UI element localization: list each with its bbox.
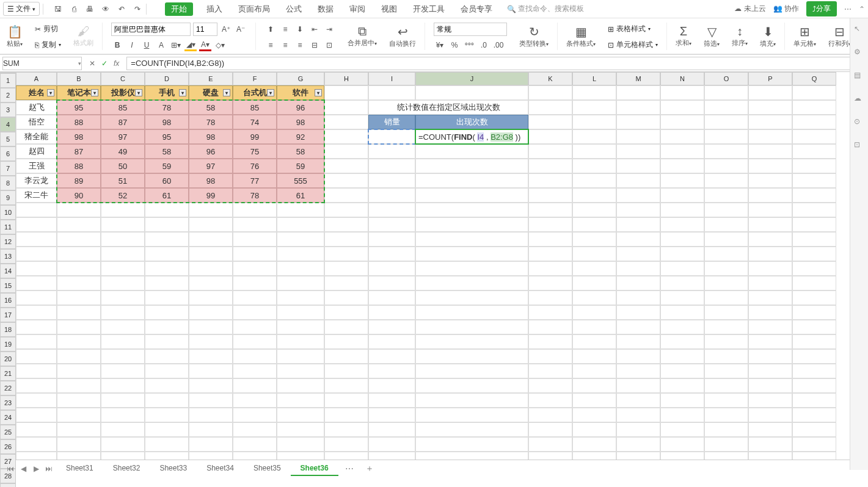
cell-O2[interactable] <box>704 100 748 115</box>
cell-M2[interactable] <box>616 100 660 115</box>
row-header-13[interactable]: 13 <box>0 249 16 264</box>
table-cell-r8-c6[interactable]: 61 <box>277 188 324 203</box>
cell-L20[interactable] <box>572 364 616 378</box>
cell-L22[interactable] <box>572 393 616 408</box>
cell-H1[interactable] <box>324 85 368 100</box>
cell-P17[interactable] <box>748 320 792 334</box>
cell-N11[interactable] <box>660 232 704 247</box>
cell-J26[interactable] <box>415 452 528 460</box>
cell-E22[interactable] <box>189 393 233 408</box>
cell-I24[interactable] <box>368 422 415 437</box>
cell-B25[interactable] <box>57 437 101 452</box>
cell-N12[interactable] <box>660 247 704 261</box>
table-cell-r6-c4[interactable]: 97 <box>189 159 233 173</box>
col-header-O[interactable]: O <box>704 72 748 85</box>
cell-N16[interactable] <box>660 305 704 320</box>
row-header-3[interactable]: 3 <box>0 103 16 117</box>
cell-C17[interactable] <box>101 320 145 334</box>
side-header-count[interactable]: 出现次数 <box>415 115 528 129</box>
cell-N23[interactable] <box>660 408 704 422</box>
cell-A16[interactable] <box>16 305 57 320</box>
cell-O3[interactable] <box>704 115 748 129</box>
cell-J12[interactable] <box>415 247 528 261</box>
menu-tab-start[interactable]: 开始 <box>165 2 193 16</box>
cell-G15[interactable] <box>277 290 324 305</box>
add-sheet-button[interactable]: ＋ <box>360 463 379 474</box>
cell-Q9[interactable] <box>792 203 836 217</box>
cell-A12[interactable] <box>16 247 57 261</box>
cell-O22[interactable] <box>704 393 748 408</box>
cut-button[interactable]: 剪切 <box>43 24 58 34</box>
cell-button[interactable]: ⊞单元格▾ <box>793 24 816 48</box>
cell-M17[interactable] <box>616 320 660 334</box>
cell-N15[interactable] <box>660 290 704 305</box>
cell-M7[interactable] <box>616 173 660 188</box>
cell-H25[interactable] <box>324 437 368 452</box>
cell-K23[interactable] <box>528 408 572 422</box>
cell-E24[interactable] <box>189 422 233 437</box>
cell-I7[interactable] <box>368 173 415 188</box>
font-size-select[interactable] <box>193 23 217 36</box>
fill-button[interactable]: ⬇填充▾ <box>760 24 776 48</box>
cell-G9[interactable] <box>277 203 324 217</box>
filter-dropdown-icon[interactable]: ▾ <box>179 89 186 96</box>
cell-O4[interactable] <box>704 129 748 144</box>
cell-G14[interactable] <box>277 276 324 290</box>
row-header-24[interactable]: 24 <box>0 410 16 425</box>
cell-O26[interactable] <box>704 452 748 460</box>
cell-K26[interactable] <box>528 452 572 460</box>
table-cell-r8-c0[interactable]: 宋二牛 <box>16 188 57 203</box>
col-header-F[interactable]: F <box>233 72 277 85</box>
row-header-29[interactable]: 29 <box>0 483 16 487</box>
row-header-21[interactable]: 21 <box>0 366 16 381</box>
cell-H7[interactable] <box>324 173 368 188</box>
cell-Q19[interactable] <box>792 349 836 364</box>
cell-O15[interactable] <box>704 290 748 305</box>
cell-L2[interactable] <box>572 100 616 115</box>
cell-D21[interactable] <box>145 378 189 393</box>
row-header-15[interactable]: 15 <box>0 278 16 293</box>
cell-D12[interactable] <box>145 247 189 261</box>
cell-Q23[interactable] <box>792 408 836 422</box>
table-cell-r6-c6[interactable]: 59 <box>277 159 324 173</box>
row-header-9[interactable]: 9 <box>0 190 16 205</box>
cell-I8[interactable] <box>368 188 415 203</box>
cell-H11[interactable] <box>324 232 368 247</box>
cell-D9[interactable] <box>145 203 189 217</box>
table-cell-r4-c4[interactable]: 98 <box>189 129 233 144</box>
table-header-4[interactable]: 硬盘▾ <box>189 85 233 100</box>
cell-C23[interactable] <box>101 408 145 422</box>
sheet-tab-Sheet36[interactable]: Sheet36 <box>291 461 338 476</box>
cell-O10[interactable] <box>704 217 748 232</box>
cell-E15[interactable] <box>189 290 233 305</box>
cell-L16[interactable] <box>572 305 616 320</box>
cell-J22[interactable] <box>415 393 528 408</box>
cell-G13[interactable] <box>277 261 324 276</box>
cell-G16[interactable] <box>277 305 324 320</box>
cell-Q13[interactable] <box>792 261 836 276</box>
table-cell-r8-c4[interactable]: 99 <box>189 188 233 203</box>
col-header-L[interactable]: L <box>572 72 616 85</box>
cell-A20[interactable] <box>16 364 57 378</box>
cell-M24[interactable] <box>616 422 660 437</box>
undo-icon[interactable]: ↶ <box>116 4 127 15</box>
cell-I5[interactable] <box>368 144 415 159</box>
cell-A14[interactable] <box>16 276 57 290</box>
table-cell-r5-c5[interactable]: 75 <box>233 144 277 159</box>
cell-N17[interactable] <box>660 320 704 334</box>
sheet-tab-Sheet34[interactable]: Sheet34 <box>197 461 244 476</box>
filter-dropdown-icon[interactable]: ▾ <box>47 89 54 96</box>
cell-D24[interactable] <box>145 422 189 437</box>
cell-F11[interactable] <box>233 232 277 247</box>
table-cell-r3-c1[interactable]: 88 <box>57 115 101 129</box>
cell-O12[interactable] <box>704 247 748 261</box>
cell-C11[interactable] <box>101 232 145 247</box>
cell-H14[interactable] <box>324 276 368 290</box>
cell-B11[interactable] <box>57 232 101 247</box>
cell-J25[interactable] <box>415 437 528 452</box>
cell-B23[interactable] <box>57 408 101 422</box>
cell-I15[interactable] <box>368 290 415 305</box>
table-cell-r4-c2[interactable]: 97 <box>101 129 145 144</box>
cell-P2[interactable] <box>748 100 792 115</box>
cell-H17[interactable] <box>324 320 368 334</box>
